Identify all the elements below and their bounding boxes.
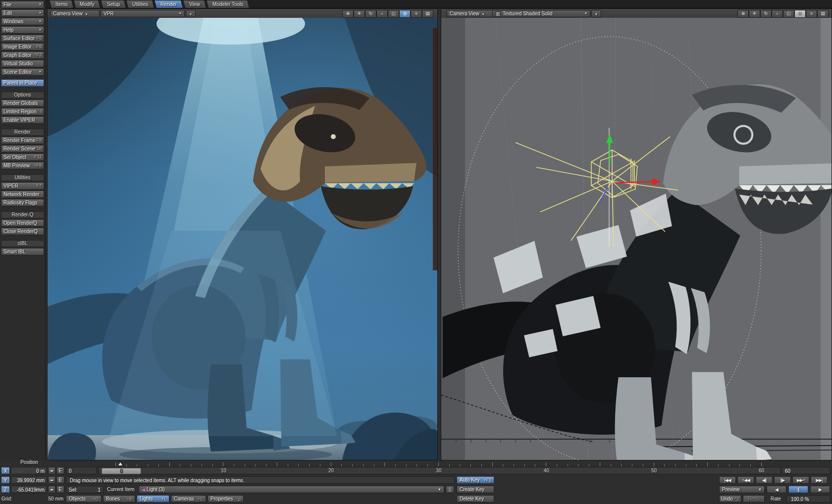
auto-key-button[interactable]: Auto Key+F1 [457,476,494,484]
go-to-end-button[interactable]: ▶▶| [811,476,828,484]
axis-z-badge[interactable]: Z [1,486,10,493]
nudge-y-button[interactable]: ◂▸ [48,476,55,484]
current-item-label: Current Item [107,486,135,493]
render-globals-button[interactable]: Render Globals [1,100,44,107]
list-icon[interactable]: ≡ [411,10,422,18]
viewport-vpr-titlebar: Camera View▼ VPR▼ ▼ ⊕ ✛ ↻ ⌕ ◱ ◎ ≡ ▤ [48,9,437,18]
group-label-utilities: Utilities [1,174,44,181]
timeline-track[interactable]: 0 102030405060 [98,467,781,474]
tab-modify[interactable]: Modify [73,0,101,8]
parent-in-place-button[interactable]: Parent in Place [1,79,44,87]
menu-edit[interactable]: ▼Edit [1,9,44,17]
shaded-render-scene[interactable] [441,18,832,460]
position-y-field[interactable]: 39.9992 mm [11,476,47,484]
move-icon[interactable]: ✛ [354,10,365,18]
pause-button[interactable]: || [788,486,808,493]
select-lights-button[interactable]: Lights+L [137,495,169,503]
play-forward-button[interactable]: ▶ [810,486,830,493]
render-mode-dropdown[interactable]: VPR▼ [101,10,185,17]
enable-viper-button[interactable]: Enable VIPER [1,116,44,124]
network-render-button[interactable]: Network Render [1,191,44,198]
nudge-x-button[interactable]: ◂▸ [48,467,55,474]
tab-modeler-tools[interactable]: Modeler Tools [206,0,250,8]
frame-input[interactable]: 0 [66,467,97,474]
menu-file[interactable]: ▼File [1,1,44,8]
render-mode-dropdown[interactable]: TTextured Shaded Solid▼ [492,10,590,17]
camera-icon[interactable]: ◎ [794,10,806,18]
play-reverse-button[interactable]: ◀ [767,486,786,493]
rate-field[interactable]: 100.0 % [786,495,831,503]
zoom-icon[interactable]: ⌕ [772,10,783,18]
viewport-shaded: Camera View▼ TTextured Shaded Solid▼ ▼ ⊕… [441,8,832,460]
select-cameras-button[interactable]: Cameras+C [171,495,206,503]
radiosity-flags-button[interactable]: Radiosity Flags [1,199,44,206]
prev-keyframe-button[interactable]: +◀◀ [737,476,754,484]
sel-object-button[interactable]: F11Sel Object [1,153,44,161]
tab-render[interactable]: Render [154,0,183,8]
tab-setup[interactable]: Setup [101,0,126,8]
envelope-y-button[interactable]: E [56,476,64,484]
envelope-x-button[interactable]: E [56,467,64,474]
current-frame-handle[interactable]: 0 [102,468,141,474]
prev-frame-button[interactable]: ◀|| [756,476,773,484]
fit-icon[interactable]: ◱ [388,10,399,18]
properties-button[interactable]: Propertiesp [208,495,244,503]
end-frame-field[interactable]: 60 [781,467,831,474]
virtual-studio-button[interactable]: Virtual Studio [1,60,44,67]
render-frame-button[interactable]: F9Render Frame [1,137,44,144]
menu-help[interactable]: ▼Help [1,26,44,34]
vpr-render-scene[interactable] [48,18,437,460]
close-renderq-button[interactable]: Close RenderQ [1,228,44,235]
select-bones-button[interactable]: Bones+B [103,495,135,503]
mb-preview-button[interactable]: +F9MB Preview [1,162,44,169]
smart-ibl-button[interactable]: Smart IBL [1,248,44,255]
delete-key-button[interactable]: Delete Keydel [457,495,494,503]
open-renderq-button[interactable]: Open RenderQ [1,219,44,227]
menu-windows[interactable]: ▼Windows [1,18,44,25]
viewport-options-dropdown[interactable]: ▼ [591,10,601,17]
nudge-z-button[interactable]: ◂▸ [48,486,55,493]
next-frame-button[interactable]: ||▶ [774,476,791,484]
frame-marker-icon [118,462,122,465]
item-properties-button[interactable]: ▯ [446,486,454,493]
scene-editor-button[interactable]: ▼Scene Editor [1,68,44,76]
texture-icon: T [495,11,501,17]
image-editor-button[interactable]: F6Image Editor [1,43,44,50]
current-item-dropdown[interactable]: Light (3) ▼ [139,486,444,493]
select-objects-button[interactable]: Objects+O [66,495,102,503]
pan-icon[interactable]: ⊕ [342,10,354,18]
tab-items[interactable]: Items [49,0,74,8]
camera-icon[interactable]: ◎ [399,10,411,18]
redo-button[interactable]: Redo [743,495,765,503]
rotate-icon[interactable]: ↻ [365,10,376,18]
render-scene-button[interactable]: F10Render Scene [1,145,44,152]
frame-ruler[interactable] [98,462,781,466]
fit-icon[interactable]: ◱ [783,10,794,18]
surface-editor-button[interactable]: F5Surface Editor [1,35,44,42]
position-z-field[interactable]: -65.0419mm [11,486,47,493]
viewport-options-dropdown[interactable]: ▼ [186,10,196,17]
film-icon[interactable]: ▤ [422,10,433,18]
graph-editor-button[interactable]: ^F2Graph Editor [1,51,44,59]
tab-utilities[interactable]: Utilities [126,0,155,8]
undo-button[interactable]: Undo^Z [719,495,741,503]
move-icon[interactable]: ✛ [749,10,760,18]
position-x-field[interactable]: 0 m [11,467,47,474]
go-to-start-button[interactable]: |◀◀ [719,476,736,484]
film-icon[interactable]: ▤ [817,10,829,18]
rotate-icon[interactable]: ↻ [760,10,772,18]
axis-x-badge[interactable]: X [1,467,10,474]
view-type-dropdown[interactable]: Camera View▼ [447,10,495,17]
view-type-dropdown[interactable]: Camera View▼ [50,10,100,17]
limited-region-button[interactable]: ILimited Region [1,108,44,115]
zoom-icon[interactable]: ⌕ [376,10,388,18]
viper-button[interactable]: F7VIPER [1,182,44,190]
axis-y-badge[interactable]: Y [1,476,10,484]
preview-dropdown[interactable]: Preview▼ [719,486,765,493]
list-icon[interactable]: ≡ [806,10,817,18]
create-key-button[interactable]: Create Keyret [457,486,494,493]
next-keyframe-button[interactable]: ▶▶+ [792,476,809,484]
tab-view[interactable]: View [183,0,206,8]
pan-icon[interactable]: ⊕ [737,10,749,18]
envelope-z-button[interactable]: E [56,486,64,493]
